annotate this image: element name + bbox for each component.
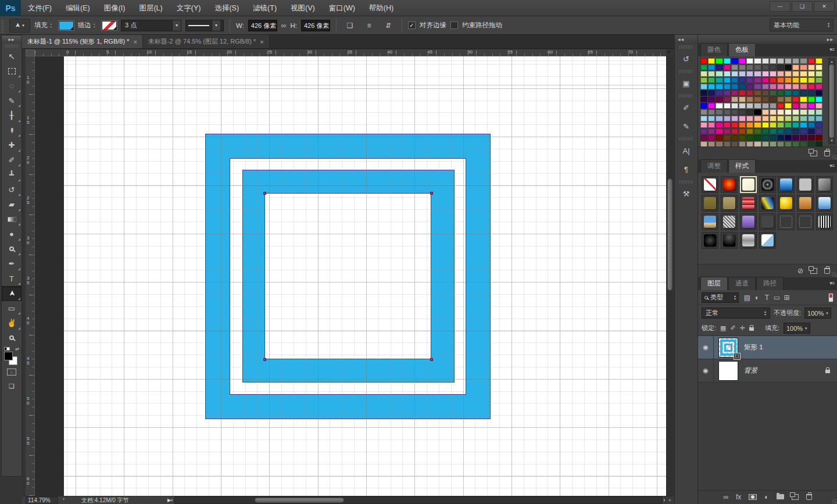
- color-swatch[interactable]: [731, 116, 738, 121]
- color-swatch[interactable]: [746, 58, 753, 64]
- color-swatch[interactable]: [808, 109, 815, 115]
- color-swatch[interactable]: [700, 84, 707, 90]
- color-swatch[interactable]: [700, 109, 707, 115]
- quick-mask-button[interactable]: ◌: [2, 365, 22, 379]
- add-layer-mask-icon[interactable]: [749, 494, 757, 500]
- color-swatch[interactable]: [754, 65, 761, 70]
- color-swatch[interactable]: [700, 58, 707, 64]
- style-vignette-1[interactable]: [702, 232, 718, 249]
- color-swatch[interactable]: [739, 128, 746, 134]
- color-swatch[interactable]: [808, 116, 815, 121]
- color-swatch[interactable]: [739, 77, 746, 83]
- color-swatch[interactable]: [754, 103, 761, 109]
- color-swatch[interactable]: [762, 128, 769, 134]
- crop-tool[interactable]: ╂: [2, 108, 22, 123]
- color-swatch[interactable]: [785, 141, 792, 146]
- vertical-scrollbar-thumb[interactable]: [667, 178, 673, 291]
- color-swatch[interactable]: [700, 90, 707, 96]
- dock-paragraph-panel-button[interactable]: ¶: [675, 160, 698, 178]
- color-swatch[interactable]: [770, 65, 777, 70]
- color-swatch[interactable]: [808, 96, 815, 102]
- menu-item[interactable]: 视图(V): [284, 0, 322, 16]
- new-layer-icon[interactable]: [792, 494, 799, 500]
- panel-tab-颜色[interactable]: 颜色: [700, 43, 728, 56]
- pen-tool[interactable]: ✒: [2, 256, 22, 271]
- color-swatch[interactable]: [739, 90, 746, 96]
- color-swatch[interactable]: [815, 65, 822, 70]
- color-swatch[interactable]: [746, 128, 753, 134]
- panel-menu-icon[interactable]: ▾≡: [829, 47, 834, 52]
- style-flat-gray[interactable]: [797, 176, 814, 193]
- document-tab[interactable]: 未标题-1 @ 115% (矩形 1, RGB/8) *×: [22, 35, 143, 48]
- color-swatch[interactable]: [716, 109, 722, 115]
- link-layers-icon[interactable]: ∞: [723, 493, 728, 501]
- color-swatch[interactable]: [754, 77, 761, 83]
- color-swatch[interactable]: [716, 135, 722, 141]
- color-swatch[interactable]: [708, 109, 715, 115]
- document-tab[interactable]: 未标题-2 @ 74.5% (图层 12, RGB/8) *×: [143, 35, 270, 48]
- color-swatch[interactable]: [746, 103, 753, 109]
- style-cream-selected[interactable]: [740, 176, 757, 193]
- dock-tool-presets-panel-button[interactable]: ⚒: [675, 184, 698, 203]
- color-swatch[interactable]: [800, 122, 807, 128]
- color-swatch[interactable]: [708, 65, 715, 70]
- color-swatch[interactable]: [800, 65, 807, 70]
- color-swatch[interactable]: [777, 109, 784, 115]
- color-swatch[interactable]: [762, 122, 769, 128]
- panel-tab-路径[interactable]: 路径: [756, 277, 784, 290]
- path-selection-tool[interactable]: ➤: [2, 286, 22, 301]
- color-swatch[interactable]: [754, 135, 761, 141]
- color-swatch[interactable]: [777, 71, 784, 77]
- color-swatch[interactable]: [754, 96, 761, 102]
- color-swatch[interactable]: [808, 103, 815, 109]
- color-swatch[interactable]: [754, 71, 761, 77]
- color-swatch[interactable]: [716, 77, 722, 83]
- color-swatch[interactable]: [815, 122, 822, 128]
- move-tool[interactable]: ↖: [2, 49, 22, 64]
- panel-menu-icon[interactable]: ▾≡: [829, 163, 834, 169]
- color-swatch[interactable]: [785, 77, 792, 83]
- style-noise[interactable]: [721, 213, 738, 230]
- tool-preset-dropdown[interactable]: ➤ ▾: [9, 19, 30, 33]
- default-colors-icon[interactable]: [4, 346, 10, 352]
- quick-selection-tool[interactable]: ✎: [2, 94, 22, 109]
- style-white-blue[interactable]: [759, 232, 776, 249]
- color-swatch[interactable]: [777, 58, 784, 64]
- panel-tab-色板[interactable]: 色板: [728, 43, 756, 56]
- lock-position-icon[interactable]: ✛: [740, 324, 745, 332]
- color-swatch[interactable]: [808, 141, 815, 146]
- color-swatch[interactable]: [815, 71, 822, 77]
- eyedropper-tool[interactable]: ✒: [2, 123, 22, 138]
- history-brush-tool[interactable]: ↺: [2, 183, 22, 198]
- swatches-scrollbar[interactable]: ▲ ▼: [828, 58, 835, 144]
- color-swatch[interactable]: [777, 96, 784, 102]
- color-swatch[interactable]: [785, 122, 792, 128]
- rectangle-tool[interactable]: ▭: [2, 301, 22, 316]
- dock-3d-panel-button[interactable]: ▣: [675, 74, 698, 92]
- align-edges-checkbox[interactable]: ✓: [408, 22, 416, 29]
- color-swatch[interactable]: [770, 116, 777, 121]
- color-swatch[interactable]: [770, 90, 777, 96]
- healing-brush-tool[interactable]: ✚: [2, 138, 22, 153]
- color-swatch[interactable]: [785, 116, 792, 121]
- color-swatch[interactable]: [777, 90, 784, 96]
- color-swatch[interactable]: [731, 96, 738, 102]
- color-swatch[interactable]: [777, 103, 784, 109]
- style-blue-gloss[interactable]: [778, 176, 795, 193]
- status-corner-button[interactable]: ▼: [665, 496, 674, 504]
- menu-item[interactable]: 图层(L): [132, 0, 169, 16]
- filter-adjustment-layers-icon[interactable]: ◐: [752, 294, 762, 302]
- color-swatch[interactable]: [739, 84, 746, 90]
- dock-history-panel-button[interactable]: ↺: [675, 49, 698, 68]
- scroll-down-icon[interactable]: ▼: [830, 139, 834, 142]
- new-adjustment-layer-icon[interactable]: ◐: [764, 493, 768, 501]
- style-yellow-gloss[interactable]: [778, 195, 795, 212]
- color-swatch[interactable]: [777, 128, 784, 134]
- new-group-icon[interactable]: [777, 494, 784, 499]
- horizontal-scrollbar[interactable]: [174, 496, 663, 504]
- color-swatch[interactable]: [777, 84, 784, 90]
- clone-stamp-tool[interactable]: ┻: [2, 167, 22, 183]
- layer-thumbnail[interactable]: [718, 338, 738, 358]
- color-swatch[interactable]: [731, 58, 738, 64]
- color-swatch[interactable]: [800, 135, 807, 141]
